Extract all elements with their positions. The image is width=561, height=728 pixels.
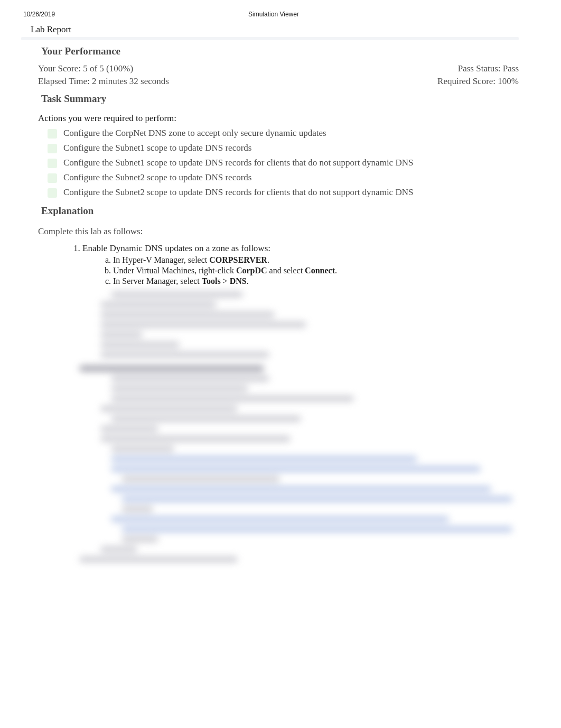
list-item: Configure the CorpNet DNS zone to accept… xyxy=(48,126,519,141)
header-date: 10/26/2019 xyxy=(23,11,55,18)
step1-a: In Hyper-V Manager, select CORPSERVER. xyxy=(113,255,519,265)
check-icon xyxy=(48,129,57,139)
blurred-content xyxy=(100,291,519,563)
elapsed-time: Elapsed Time: 2 minutes 32 seconds xyxy=(38,76,169,87)
check-icon xyxy=(48,159,57,168)
step1-title: Enable Dynamic DNS updates on a zone as … xyxy=(82,243,270,253)
step-1: Enable Dynamic DNS updates on a zone as … xyxy=(82,243,519,288)
explanation-intro: Complete this lab as follows: xyxy=(21,222,519,243)
step1-c: In Server Manager, select Tools > DNS. xyxy=(113,276,519,287)
action-text: Configure the Subnet2 scope to update DN… xyxy=(63,187,413,198)
performance-heading: Your Performance xyxy=(41,45,519,57)
lab-report-label: Lab Report xyxy=(21,20,519,37)
divider xyxy=(21,37,519,40)
list-item: Configure the Subnet2 scope to update DN… xyxy=(48,185,519,200)
action-text: Configure the Subnet2 scope to update DN… xyxy=(63,172,251,183)
list-item: Configure the Subnet1 scope to update DN… xyxy=(48,155,519,170)
your-score: Your Score: 5 of 5 (100%) xyxy=(38,63,133,74)
task-summary-heading: Task Summary xyxy=(41,93,519,105)
check-icon xyxy=(48,144,57,153)
step1-b: Under Virtual Machines, right-click Corp… xyxy=(113,265,519,276)
page-header: 10/26/2019 Simulation Viewer xyxy=(21,11,519,20)
check-icon xyxy=(48,173,57,183)
step1-substeps: In Hyper-V Manager, select CORPSERVER. U… xyxy=(82,255,519,287)
action-text: Configure the CorpNet DNS zone to accept… xyxy=(63,128,326,139)
list-item: Configure the Subnet1 scope to update DN… xyxy=(48,141,519,155)
explanation-heading: Explanation xyxy=(41,205,519,217)
action-text: Configure the Subnet1 scope to update DN… xyxy=(63,158,413,168)
steps-list: Enable Dynamic DNS updates on a zone as … xyxy=(21,243,519,288)
actions-required-label: Actions you were required to perform: xyxy=(21,110,519,126)
list-item: Configure the Subnet2 scope to update DN… xyxy=(48,170,519,185)
actions-list: Configure the CorpNet DNS zone to accept… xyxy=(21,126,519,200)
score-row: Your Score: 5 of 5 (100%) Pass Status: P… xyxy=(21,62,519,75)
elapsed-row: Elapsed Time: 2 minutes 32 seconds Requi… xyxy=(21,75,519,88)
pass-status: Pass Status: Pass xyxy=(458,63,519,74)
action-text: Configure the Subnet1 scope to update DN… xyxy=(63,143,251,153)
header-title: Simulation Viewer xyxy=(248,11,299,18)
required-score: Required Score: 100% xyxy=(437,76,519,87)
check-icon xyxy=(48,188,57,198)
